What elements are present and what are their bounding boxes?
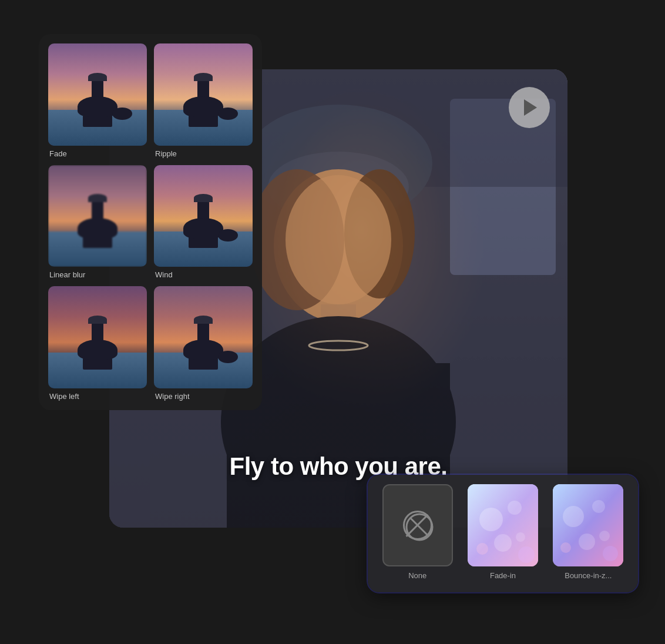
animation-none-label: None [408,571,426,580]
thumb-rocks-3 [183,96,223,117]
animation-items: None [379,484,626,580]
thumb-rocks-7 [218,229,238,242]
transition-ripple-thumb [154,43,253,146]
transition-linearblur-thumb [48,165,147,267]
animation-bounce-label: Bounce-in-z... [565,571,612,580]
animation-none[interactable]: None [379,484,455,580]
transition-wiperight-thumb [154,286,253,388]
transition-linear-blur[interactable]: Linear blur [48,165,147,280]
play-icon [524,99,537,116]
svg-line-14 [411,518,428,536]
thumb-rocks-10 [218,351,238,363]
thumb-scene-wipeleft [48,286,147,388]
transition-wind-label: Wind [154,270,253,279]
bounce-svg [553,484,623,566]
transition-fade-thumb [48,43,147,146]
svg-point-23 [563,506,584,527]
scene-container: Fly to who you are. Fade [39,34,626,610]
thumb-rocks2 [112,108,132,120]
svg-point-27 [560,542,571,553]
svg-point-24 [592,500,605,513]
transition-wipeleft-thumb [48,286,147,388]
svg-point-11 [286,175,391,304]
transitions-panel: Fade Ripple Linear b [39,34,262,410]
play-button[interactable] [509,87,550,128]
thumb-rocks-9 [183,340,223,360]
thumb-rocks-6 [183,218,223,239]
animation-bounce-thumb [553,484,623,566]
thumb-scene-wind [154,165,253,267]
thumb-scene-linearblur [48,165,147,267]
transition-fade[interactable]: Fade [48,43,147,158]
transition-wind[interactable]: Wind [154,165,253,280]
thumb-rocks-8 [78,340,117,360]
svg-point-28 [603,546,618,561]
thumb-scene-wiperight [154,286,253,388]
transition-wiperight-label: Wipe right [154,392,253,401]
svg-point-20 [476,543,488,555]
no-icon [403,511,432,540]
transition-wind-thumb [154,165,253,267]
animation-fadein-thumb [468,484,538,566]
transition-linearblur-label: Linear blur [48,270,147,279]
transition-wipeleft-label: Wipe left [48,392,147,401]
fadein-svg [468,484,538,566]
animation-bounce-in-z[interactable]: Bounce-in-z... [550,484,626,580]
transition-ripple-label: Ripple [154,149,253,158]
svg-point-16 [479,508,503,531]
thumb-rocks [78,96,117,117]
transition-fade-label: Fade [48,149,147,158]
transition-wipe-left[interactable]: Wipe left [48,286,147,401]
svg-point-25 [579,534,595,550]
animation-fadein-label: Fade-in [490,571,516,580]
animation-none-thumb [382,484,453,566]
thumb-rocks-5 [78,218,117,239]
no-symbol [405,512,434,542]
animation-fade-in[interactable]: Fade-in [465,484,540,580]
svg-point-19 [516,532,525,542]
svg-point-18 [494,534,512,552]
svg-point-26 [599,531,610,541]
transition-wipe-right[interactable]: Wipe right [154,286,253,401]
transition-ripple[interactable]: Ripple [154,43,253,158]
animation-panel: None [368,475,638,592]
svg-point-21 [518,546,535,563]
thumb-rocks-4 [218,108,238,120]
svg-point-17 [508,501,522,515]
thumb-scene-ripple [154,43,253,146]
thumb-scene-fade [48,43,147,146]
